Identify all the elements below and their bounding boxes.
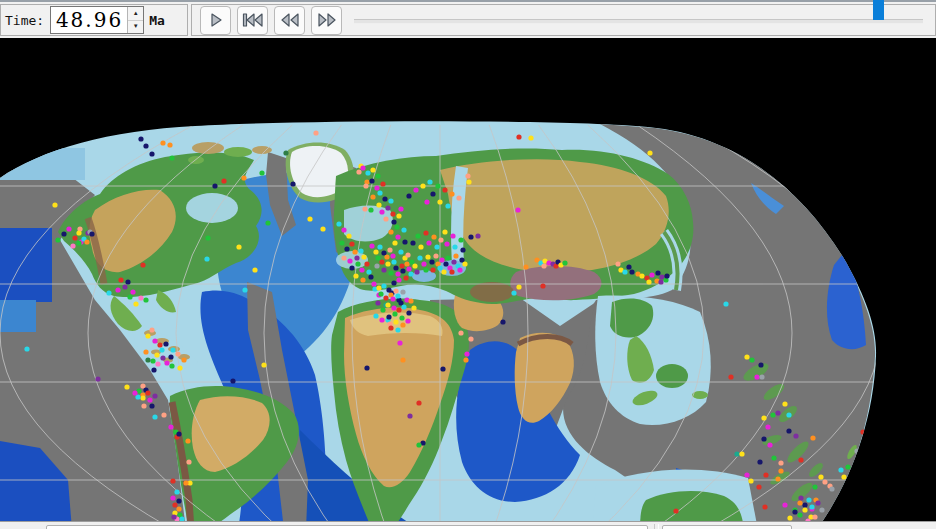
- locality-dot: [439, 257, 444, 262]
- status-secondary-box: [662, 525, 792, 529]
- locality-dot: [115, 287, 120, 292]
- locality-dot: [441, 269, 446, 274]
- locality-dot: [204, 256, 209, 261]
- locality-dot: [463, 357, 468, 362]
- locality-dot: [562, 260, 567, 265]
- locality-dot: [450, 233, 455, 238]
- locality-dot: [761, 415, 766, 420]
- locality-dot: [347, 258, 352, 263]
- locality-dot: [397, 340, 402, 345]
- play-button[interactable]: [200, 6, 231, 35]
- locality-dot: [150, 358, 155, 363]
- locality-dot: [749, 357, 754, 362]
- locality-dot: [242, 287, 247, 292]
- locality-dot: [771, 455, 776, 460]
- locality-dot: [384, 254, 389, 259]
- locality-dot: [415, 233, 420, 238]
- time-slider-track[interactable]: [354, 19, 923, 24]
- time-spinbox[interactable]: ▲ ▼: [50, 6, 144, 34]
- locality-dot: [775, 410, 780, 415]
- locality-dot: [655, 270, 660, 275]
- locality-dot: [151, 367, 156, 372]
- locality-dot: [370, 194, 375, 199]
- locality-dot: [349, 265, 354, 270]
- locality-dot: [283, 150, 288, 155]
- locality-dot: [403, 275, 408, 280]
- locality-dot: [369, 243, 374, 248]
- locality-dot: [435, 183, 440, 188]
- locality-dot: [386, 314, 391, 319]
- locality-dot: [770, 412, 775, 417]
- status-input[interactable]: [46, 525, 648, 529]
- locality-dot: [175, 351, 180, 356]
- locality-dot: [797, 512, 802, 517]
- locality-dot: [375, 173, 380, 178]
- locality-dot: [782, 401, 787, 406]
- locality-dot: [344, 246, 349, 251]
- locality-dot: [161, 412, 166, 417]
- locality-dot: [154, 352, 159, 357]
- locality-dot: [380, 307, 385, 312]
- locality-dot: [373, 313, 378, 318]
- spin-up-button[interactable]: ▲: [128, 7, 143, 21]
- locality-dot: [55, 237, 60, 242]
- locality-dot: [460, 247, 465, 252]
- locality-dot: [399, 315, 404, 320]
- locality-dot: [183, 480, 188, 485]
- seek-start-button[interactable]: [237, 6, 268, 35]
- locality-dot: [378, 291, 383, 296]
- locality-dot: [444, 241, 449, 246]
- locality-dot: [167, 142, 172, 147]
- locality-dot: [744, 354, 749, 359]
- locality-dot: [440, 366, 445, 371]
- locality-dot: [748, 478, 753, 483]
- step-forward-button[interactable]: [311, 6, 342, 35]
- locality-dot: [147, 397, 152, 402]
- time-slider[interactable]: [354, 6, 927, 35]
- step-backward-button[interactable]: [274, 6, 305, 35]
- locality-dot: [169, 155, 174, 160]
- locality-dot: [212, 183, 217, 188]
- locality-dot: [155, 361, 160, 366]
- locality-dot: [364, 365, 369, 370]
- locality-dot: [391, 280, 396, 285]
- locality-dot: [358, 248, 363, 253]
- time-input[interactable]: [51, 7, 127, 33]
- locality-dot: [626, 264, 631, 269]
- locality-dot: [759, 374, 764, 379]
- locality-dot: [528, 135, 533, 140]
- locality-dot: [398, 206, 403, 211]
- seek-start-icon: [242, 13, 264, 27]
- locality-dot: [70, 243, 75, 248]
- time-slider-handle[interactable]: [873, 0, 884, 20]
- locality-dot: [352, 249, 357, 254]
- locality-dot: [366, 269, 371, 274]
- locality-dot: [186, 459, 191, 464]
- locality-dot: [391, 259, 396, 264]
- locality-dot: [132, 390, 137, 395]
- locality-dot: [809, 504, 814, 509]
- locality-dot: [405, 318, 410, 323]
- locality-dot: [468, 234, 473, 239]
- locality-dot: [765, 424, 770, 429]
- map-canvas[interactable]: [0, 38, 936, 521]
- locality-dot: [388, 325, 393, 330]
- locality-dot: [404, 261, 409, 266]
- locality-dot: [152, 338, 157, 343]
- locality-dot: [399, 263, 404, 268]
- locality-dot: [381, 267, 386, 272]
- locality-dot: [408, 298, 413, 303]
- locality-dot: [838, 467, 843, 472]
- spin-buttons: ▲ ▼: [127, 7, 143, 33]
- locality-dot: [143, 349, 148, 354]
- time-unit-label: Ma: [149, 13, 165, 28]
- spin-down-button[interactable]: ▼: [128, 21, 143, 34]
- double-left-icon: [280, 13, 300, 27]
- locality-dot: [629, 269, 634, 274]
- locality-dot: [437, 199, 442, 204]
- locality-dot: [402, 239, 407, 244]
- play-icon: [208, 13, 224, 27]
- locality-dot: [417, 255, 422, 260]
- locality-dot: [374, 263, 379, 268]
- locality-dot: [176, 506, 181, 511]
